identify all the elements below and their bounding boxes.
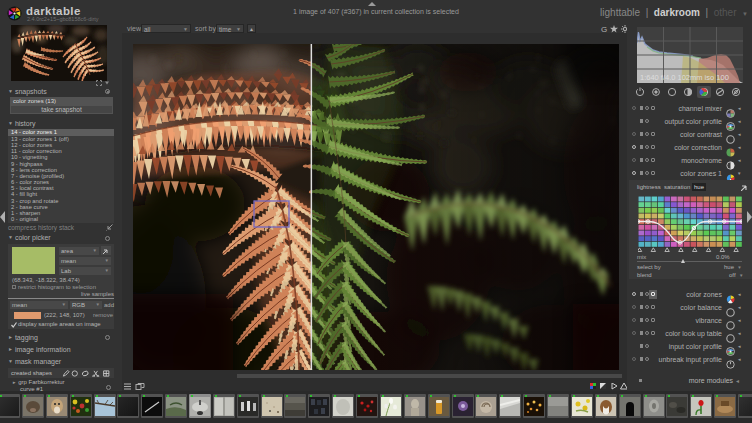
svg-text:1:640 f/4.0 102mm iso 100: 1:640 f/4.0 102mm iso 100	[640, 73, 729, 82]
